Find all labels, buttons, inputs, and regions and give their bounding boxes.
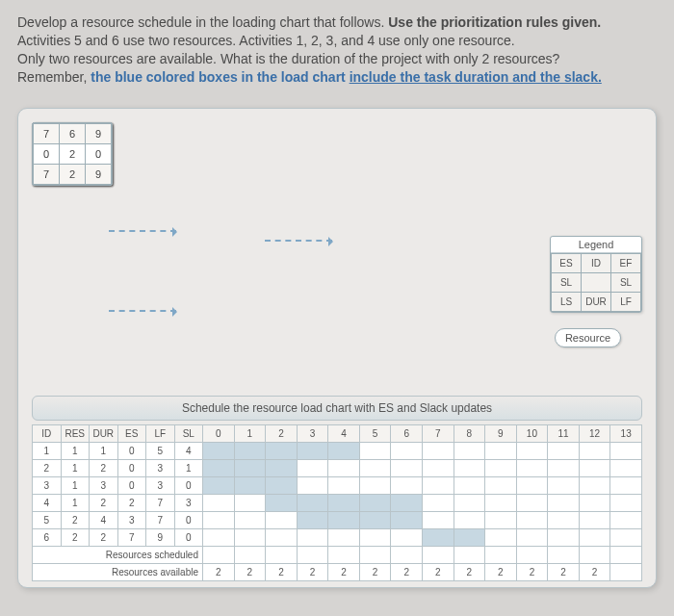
arrow-icon bbox=[265, 240, 332, 242]
problem-text: Develop a resource schedule in the loadi… bbox=[17, 13, 657, 87]
network-diagram: 011 414 415 022 111 123 033 010 033 244 … bbox=[32, 122, 642, 392]
load-chart: IDRESDURESLFSL01234567891011121311105421… bbox=[32, 424, 642, 581]
arrow-icon bbox=[109, 230, 176, 232]
arrow-icon bbox=[109, 310, 176, 312]
resource-label: Resource bbox=[555, 328, 621, 347]
legend-box: Legend ESIDEF SLSL LSDURLF bbox=[550, 236, 642, 313]
schedule-title: Schedule the resource load chart with ES… bbox=[32, 396, 642, 421]
activity-node-6: 769 020 729 bbox=[32, 122, 113, 186]
diagram-card: 011 414 415 022 111 123 033 010 033 244 … bbox=[17, 108, 657, 588]
